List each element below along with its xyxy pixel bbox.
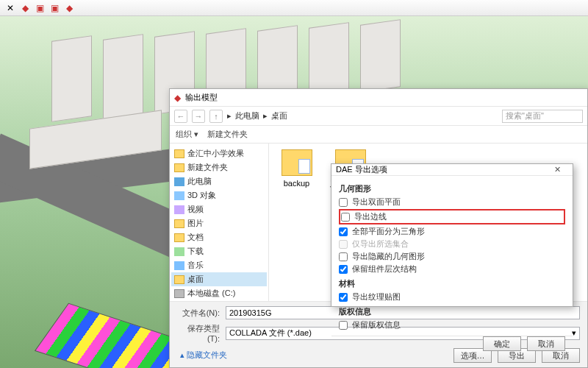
sketchup-icon: ◆ — [174, 93, 181, 103]
sidebar-item[interactable]: 文档 — [171, 230, 267, 244]
organize-menu[interactable]: 组织 ▾ — [176, 129, 198, 140]
dialog-toolbar: 组织 ▾ 新建文件夹 — [170, 126, 587, 144]
toolbar-icon-5[interactable]: ◆ — [63, 2, 75, 14]
section-credits: 版权信息 — [339, 306, 565, 317]
options-title: DAE 导出选项 — [336, 164, 387, 175]
toolbar-icon-4[interactable]: ▣ — [49, 2, 60, 14]
check-keep-credits[interactable]: 保留版权信息 — [339, 319, 565, 331]
app-toolbar: ✕ ◆ ▣ ▣ ◆ — [0, 0, 588, 16]
nav-fwd-button[interactable]: → — [192, 110, 205, 123]
sidebar-item[interactable]: 下载 — [171, 244, 267, 258]
sidebar-item[interactable]: 新建文件夹 — [171, 160, 267, 174]
check-export-textures[interactable]: 导出纹理贴图 — [339, 291, 565, 303]
section-material: 材料 — [339, 278, 565, 289]
dae-options-dialog: DAE 导出选项 ✕ 几何图形 导出双面平面导出边线全部平面分为三角形仅导出所选… — [331, 163, 573, 307]
filename-label: 文件名(N): — [177, 308, 220, 319]
ok-button[interactable]: 确定 — [483, 336, 521, 351]
close-icon[interactable]: ✕ — [546, 165, 568, 174]
geom-checkbox[interactable]: 导出隐藏的几何图形 — [339, 250, 565, 263]
new-folder-button[interactable]: 新建文件夹 — [207, 129, 248, 140]
breadcrumb[interactable]: ▸此电脑▸桌面 — [227, 110, 498, 121]
file-item[interactable]: backup — [276, 149, 317, 188]
hide-folders-link[interactable]: ▴ 隐藏文件夹 — [177, 350, 227, 361]
toolbar-icon-1[interactable]: ✕ — [4, 2, 16, 14]
options-titlebar[interactable]: DAE 导出选项 ✕ — [331, 164, 573, 176]
nav-up-button[interactable]: ↑ — [209, 110, 223, 123]
search-input[interactable]: 搜索"桌面" — [502, 110, 583, 123]
geom-checkbox[interactable]: 导出边线 — [341, 210, 563, 223]
sidebar-item[interactable]: 桌面 — [171, 272, 267, 286]
toolbar-icon-2[interactable]: ◆ — [19, 2, 31, 14]
nav-bar: ← → ↑ ▸此电脑▸桌面 搜索"桌面" — [170, 107, 587, 126]
filetype-label: 保存类型(T): — [177, 323, 220, 343]
sidebar-item[interactable]: 本地磁盘 (C:) — [171, 286, 267, 300]
sidebar-item[interactable]: 图片 — [171, 216, 267, 230]
section-geometry: 几何图形 — [339, 183, 565, 194]
export-dialog-titlebar[interactable]: ◆ 输出模型 — [170, 89, 587, 107]
export-dialog-title: 输出模型 — [185, 92, 218, 103]
sidebar-item[interactable]: 此电脑 — [171, 174, 267, 188]
sidebar-item[interactable]: 金汇中小学效果 — [171, 146, 267, 160]
geom-checkbox[interactable]: 全部平面分为三角形 — [339, 225, 565, 238]
options-cancel-button[interactable]: 取消 — [527, 336, 565, 351]
nav-sidebar[interactable]: 金汇中小学效果新建文件夹此电脑3D 对象视频图片文档下载音乐桌面本地磁盘 (C:… — [170, 144, 269, 301]
geom-checkbox[interactable]: 导出双面平面 — [339, 196, 565, 208]
geom-checkbox[interactable]: 保留组件层次结构 — [339, 263, 565, 275]
sidebar-item[interactable]: 音乐 — [171, 258, 267, 272]
geom-checkbox: 仅导出所选集合 — [339, 238, 565, 250]
sidebar-item[interactable]: 视频 — [171, 202, 267, 216]
nav-back-button[interactable]: ← — [174, 110, 187, 123]
sidebar-item[interactable]: 3D 对象 — [171, 188, 267, 202]
toolbar-icon-3[interactable]: ▣ — [34, 2, 46, 14]
